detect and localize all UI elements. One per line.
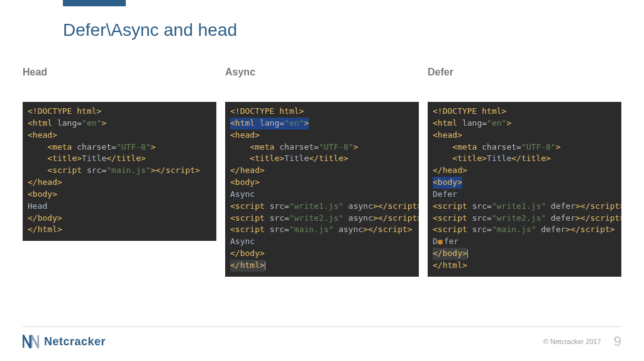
code-line: </body> — [433, 248, 467, 258]
code-block-async: <!DOCTYPE html> <html lang="en"> <head> … — [225, 102, 419, 277]
code-line: </body> — [28, 213, 62, 223]
code-line: <title> — [433, 153, 487, 163]
code-line: </html> — [433, 260, 467, 270]
code-line: </head> — [28, 177, 62, 187]
brand-logo: Netcracker — [23, 335, 106, 348]
code-line: <head> — [230, 130, 260, 140]
code-line: <title> — [28, 153, 82, 163]
code-line: Defer — [433, 189, 457, 199]
code-line: </head> — [230, 165, 265, 175]
code-line: </html> — [28, 225, 62, 234]
code-line: <html — [433, 118, 462, 128]
code-line: <head> — [28, 130, 57, 140]
code-line: <script — [433, 225, 472, 234]
brand-text: Netcracker — [44, 335, 106, 348]
footer-right: © Netcracker 2017 9 — [543, 333, 621, 350]
code-line: <meta — [230, 142, 279, 152]
columns-container: Head <!DOCTYPE html> <html lang="en"> <h… — [23, 67, 621, 277]
code-line: <title> — [230, 153, 284, 163]
code-line: <body> — [433, 177, 462, 187]
breakpoint-icon — [438, 240, 443, 245]
code-line: </head> — [433, 165, 467, 175]
code-line: <head> — [433, 130, 462, 140]
text-caret-icon — [265, 260, 265, 270]
code-line: <script — [433, 213, 472, 223]
code-line: <!DOCTYPE html> — [28, 106, 101, 116]
code-line: <script — [28, 165, 87, 175]
code-line: Async — [230, 236, 255, 246]
footer: Netcracker © Netcracker 2017 9 — [23, 326, 621, 350]
accent-bar — [63, 0, 126, 6]
code-line: Async — [230, 189, 255, 199]
code-line: <script — [433, 201, 472, 211]
code-line: <meta — [433, 142, 482, 152]
column-defer: Defer <!DOCTYPE html> <html lang="en"> <… — [428, 67, 621, 277]
code-line: <html — [28, 118, 57, 128]
code-line: D — [433, 236, 438, 246]
code-block-defer: <!DOCTYPE html> <html lang="en"> <head> … — [428, 102, 621, 277]
column-heading: Defer — [428, 67, 621, 78]
code-line: <body> — [230, 177, 260, 187]
page-number: 9 — [614, 333, 621, 350]
code-line: Head — [28, 201, 47, 211]
code-line: </html> — [230, 260, 265, 270]
netcracker-icon — [23, 335, 39, 348]
slide-title: Defer\Async and head — [63, 20, 237, 40]
code-line: <!DOCTYPE html> — [433, 106, 506, 116]
code-line: <script — [230, 201, 270, 211]
code-line: <meta — [28, 142, 77, 152]
column-async: Async <!DOCTYPE html> <html lang="en"> <… — [225, 67, 419, 277]
code-line: <script — [230, 225, 270, 234]
column-head: Head <!DOCTYPE html> <html lang="en"> <h… — [23, 67, 216, 277]
code-line: <script — [230, 213, 270, 223]
column-heading: Async — [225, 67, 419, 78]
code-line: </body> — [230, 248, 265, 258]
code-block-head: <!DOCTYPE html> <html lang="en"> <head> … — [23, 102, 216, 241]
column-heading: Head — [23, 67, 216, 78]
text-caret-icon — [467, 248, 468, 258]
code-line: <!DOCTYPE html> — [230, 106, 304, 116]
code-line: <html — [230, 118, 260, 128]
copyright-text: © Netcracker 2017 — [543, 338, 601, 345]
code-line: <body> — [28, 189, 57, 199]
